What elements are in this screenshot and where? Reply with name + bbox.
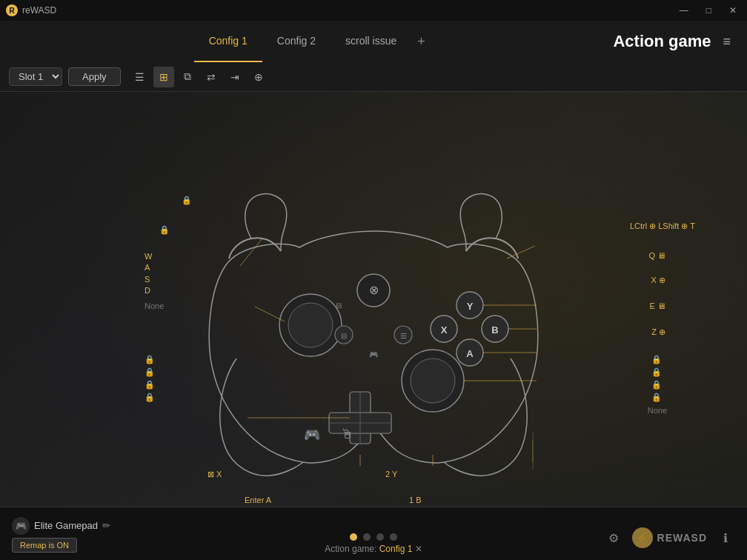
config-link[interactable]: Config 1 [379, 544, 413, 554]
app-icon: R [6, 4, 18, 16]
right-paddle-2-label: 1 B [409, 496, 422, 504]
device-name-row: 🎮 Elite Gamepad ✏ [12, 517, 110, 535]
rewasd-logo-icon: ⚡ [632, 527, 653, 548]
device-icon: 🎮 [12, 517, 30, 535]
turbo-button[interactable]: ⊕ [248, 67, 269, 87]
right-extra-2: 🔒 [651, 367, 662, 377]
minimize-button[interactable]: — [675, 4, 693, 17]
status-text: Action game: Config 1 ✕ [325, 544, 422, 554]
edit-device-button[interactable]: ✏ [102, 520, 110, 531]
mouse-bottom-icon: 🖱 [341, 427, 354, 442]
remap-badge-row: Remap is ON [12, 538, 110, 551]
main-content: ⊗ ⊟ ☰ 🎮 Y X B A [0, 92, 747, 557]
left-extra-4: 🔒 [145, 393, 155, 402]
svg-line-24 [255, 307, 285, 321]
tab-add-button[interactable]: + [411, 34, 431, 50]
close-config-icon[interactable]: ✕ [415, 544, 422, 554]
device-name-text: Elite Gamepad [34, 520, 98, 531]
right-extra-3: 🔒 [651, 380, 662, 390]
profile-name: Action game [613, 32, 711, 51]
svg-text:🎮: 🎮 [369, 350, 379, 359]
svg-text:X: X [441, 324, 448, 336]
right-paddle-1-label: 2 Y [385, 470, 397, 479]
toolbar-row: Slot 1 Apply ☰ ⊞ ⧉ ⇄ ⇥ ⊕ [0, 62, 747, 92]
header-menu-button[interactable]: ≡ [718, 31, 735, 53]
z-label: Z ⊕ [651, 327, 665, 337]
svg-text:A: A [466, 348, 474, 359]
device-info: 🎮 Elite Gamepad ✏ Remap is ON [12, 517, 110, 551]
status-bar: 🎮 Elite Gamepad ✏ Remap is ON Action gam… [0, 507, 747, 560]
lb-label: 🔒 [159, 225, 170, 235]
dot-3[interactable] [376, 533, 384, 541]
share-label: ⊟ [336, 301, 342, 310]
left-extra-1: 🔒 [145, 355, 155, 364]
svg-text:☰: ☰ [400, 332, 407, 340]
rb-label: LCtrl ⊕ LShift ⊕ T [630, 221, 695, 231]
rewasd-logo: ⚡ REWASD [632, 527, 707, 548]
left-paddle-x-label: ⊠ X [208, 470, 222, 479]
wasd-label: WASD [145, 251, 152, 297]
controller-svg: ⊗ ⊟ ☰ 🎮 Y X B A [166, 129, 581, 484]
titlebar: R reWASD — □ ✕ [0, 0, 747, 21]
svg-text:Y: Y [467, 301, 474, 312]
right-extra-4: 🔒 [651, 393, 662, 402]
titlebar-left: R reWASD [6, 4, 56, 16]
layers-button[interactable]: ⧉ [177, 67, 198, 87]
svg-line-23 [240, 239, 262, 266]
tabs-container: Config 1 Config 2 scroll issue + [12, 21, 613, 62]
header-title-area: Action game ≡ [613, 31, 735, 53]
right-extra-1: 🔒 [651, 355, 662, 364]
merge-button[interactable]: ⇄ [201, 67, 222, 87]
svg-text:⊗: ⊗ [369, 284, 379, 296]
dots-area [350, 533, 397, 541]
settings-button[interactable]: ⚙ [604, 528, 623, 547]
left-paddle-enter-label: Enter A [245, 496, 271, 504]
svg-text:⊟: ⊟ [341, 332, 347, 340]
apply-button[interactable]: Apply [68, 67, 121, 86]
left-extra-2: 🔒 [145, 367, 155, 377]
y-label: Q 🖥 [648, 251, 665, 260]
header-row: Config 1 Config 2 scroll issue + Action … [0, 21, 747, 62]
tab-config2[interactable]: Config 2 [262, 21, 331, 62]
tab-config1[interactable]: Config 1 [194, 21, 262, 62]
maximize-button[interactable]: □ [702, 4, 716, 17]
info-button[interactable]: ℹ [716, 528, 735, 547]
shift-button[interactable]: ⇥ [225, 67, 245, 87]
dot-2[interactable] [363, 533, 371, 541]
gamepad-view-button[interactable]: ⊞ [153, 67, 174, 87]
dot-4[interactable] [390, 533, 397, 541]
lt-none-label: None [145, 301, 164, 310]
x-label: X ⊕ [651, 276, 665, 285]
rewasd-logo-text: REWASD [657, 532, 707, 544]
toolbar-icons: ☰ ⊞ ⧉ ⇄ ⇥ ⊕ [130, 67, 269, 87]
svg-line-25 [507, 246, 535, 259]
close-button[interactable]: ✕ [725, 4, 741, 17]
svg-text:B: B [491, 324, 498, 336]
bottom-right-icons: ⚙ ⚡ REWASD ℹ [604, 527, 735, 548]
lt-label: 🔒 [182, 196, 192, 205]
tab-scroll-issue[interactable]: scroll issue [331, 21, 411, 62]
titlebar-controls: — □ ✕ [675, 4, 741, 17]
a-label: E 🖥 [650, 301, 665, 310]
app-title: reWASD [22, 5, 56, 16]
dot-1[interactable] [350, 533, 357, 541]
left-extra-3: 🔒 [145, 380, 155, 390]
svg-point-7 [411, 359, 455, 403]
slot-select[interactable]: Slot 1 [9, 67, 62, 86]
gamepad-bottom-icon: 🎮 [304, 427, 320, 443]
list-view-button[interactable]: ☰ [130, 67, 150, 87]
remap-toggle[interactable]: Remap is ON [12, 538, 77, 553]
svg-point-1 [288, 303, 333, 347]
right-none-label: None [648, 406, 667, 415]
